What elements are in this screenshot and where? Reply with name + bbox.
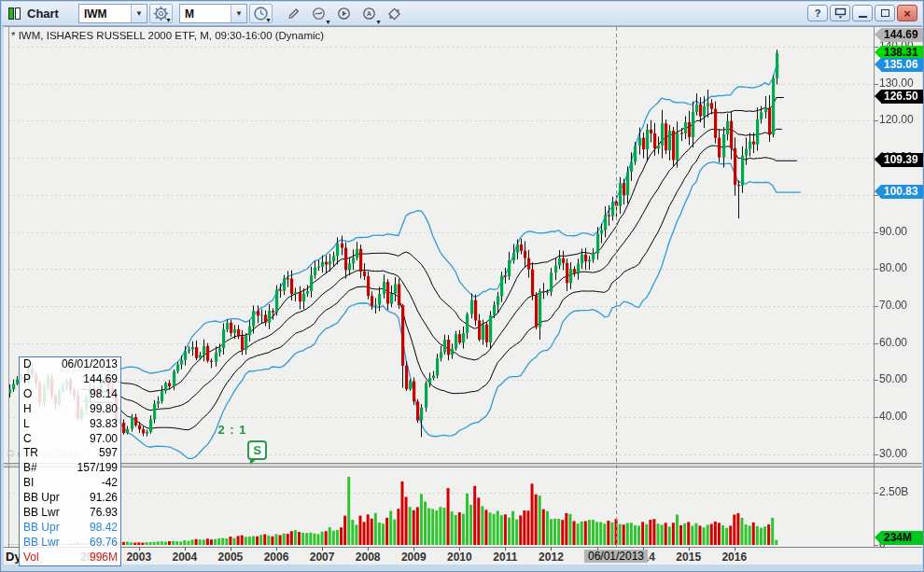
year-label: 2004 — [172, 551, 197, 564]
data-panel-value: 76.93 — [90, 506, 118, 521]
help-button[interactable]: ? — [807, 5, 828, 21]
data-panel-row: O98.14 — [20, 387, 120, 402]
link-icon — [387, 5, 401, 23]
cursor-date-badge: 06/01/2013 — [584, 550, 648, 563]
curve-study-icon — [312, 4, 326, 23]
chevron-down-icon: ▼ — [325, 19, 331, 25]
price-tick-label: 120.00 — [879, 113, 914, 126]
close-icon: × — [903, 7, 911, 21]
data-panel-row: L93.83 — [20, 417, 120, 432]
maximize-button[interactable] — [875, 5, 895, 21]
year-label: 2005 — [218, 551, 244, 564]
data-panel-label: Vol — [23, 551, 39, 565]
year-label: 2008 — [356, 551, 381, 564]
svg-text:A: A — [367, 10, 371, 17]
volume-tick — [875, 545, 878, 546]
year-label: 2015 — [676, 551, 701, 564]
close-button[interactable]: × — [897, 5, 917, 21]
symbol-link-button[interactable] — [382, 3, 407, 24]
price-tick-label: 40.00 — [879, 410, 907, 423]
data-panel-value: 98.14 — [90, 387, 118, 402]
price-tick — [875, 306, 878, 307]
data-panel-row: Vol996M — [20, 551, 120, 565]
year-label: 2012 — [539, 551, 564, 564]
data-panel-row: C97.00 — [20, 432, 120, 447]
price-tick-label: 130.00 — [879, 77, 914, 90]
price-badge: 135.06 — [881, 58, 923, 72]
data-panel-row: B#157/199 — [20, 461, 120, 476]
price-tick-label: 30.00 — [879, 447, 907, 460]
interval-value: M — [180, 7, 231, 21]
data-panel-value: -42 — [102, 476, 118, 491]
price-badge: 100.83 — [881, 185, 923, 199]
data-panel-value: 69.76 — [90, 536, 118, 551]
pencil-icon — [287, 5, 301, 22]
price-tick — [875, 454, 878, 455]
price-tick-label: 70.00 — [879, 299, 907, 312]
data-panel-value: 144.69 — [83, 372, 118, 387]
data-panel-value: 06/01/2013 — [62, 357, 118, 372]
chevron-down-icon[interactable]: ▼ — [131, 5, 147, 22]
data-panel-label: C — [23, 432, 32, 447]
data-panel-row: H99.80 — [20, 402, 120, 417]
data-panel: D06/01/2013P144.69O98.14H99.80L93.83C97.… — [19, 356, 121, 566]
data-panel-value: 99.80 — [90, 402, 118, 417]
volume-badge: 234M — [881, 531, 923, 545]
data-panel-row: BB Upr98.42 — [20, 521, 120, 536]
data-panel-value: 97.00 — [90, 432, 118, 447]
data-panel-label: L — [23, 417, 30, 432]
year-label: 2010 — [447, 551, 472, 564]
time-axis: Dy 2002200320042005200620072008200920102… — [4, 547, 922, 565]
app-icon — [8, 7, 21, 21]
line-study-button[interactable]: ▼ — [306, 3, 331, 24]
replay-button[interactable] — [331, 3, 357, 24]
annotation-button[interactable]: A ▼ — [357, 3, 382, 24]
symbol-settings-button[interactable]: ▼ — [149, 4, 173, 23]
price-tick — [875, 417, 878, 418]
data-panel-value: 93.83 — [90, 417, 118, 432]
chart-window: Chart IWM ▼ ▼ M ▼ — [0, 0, 924, 572]
price-tick — [875, 269, 878, 270]
titlebar: Chart IWM ▼ ▼ M ▼ — [2, 2, 922, 26]
chart-description: * IWM, ISHARES RUSSELL 2000 ETF, M, 09:3… — [11, 30, 324, 41]
data-panel-label: BB Upr — [23, 491, 60, 506]
split-glyph: S — [253, 443, 261, 457]
chevron-down-icon[interactable]: ▼ — [231, 5, 246, 22]
data-panel-label: BI — [23, 476, 34, 491]
chevron-down-icon: ▼ — [165, 17, 172, 23]
volume-tick-label: 2.50B — [879, 485, 908, 498]
data-panel-label: BB Lwr — [23, 536, 60, 551]
price-tick — [875, 343, 878, 344]
year-label: 2016 — [721, 551, 747, 564]
symbol-combo[interactable]: IWM ▼ — [78, 4, 147, 23]
data-panel-label: B# — [23, 461, 37, 476]
window-title: Chart — [27, 7, 59, 21]
data-panel-value: 597 — [99, 446, 118, 461]
data-panel-label: D — [23, 357, 32, 372]
price-tick — [875, 380, 878, 381]
chevron-down-icon: ▼ — [265, 17, 272, 23]
price-tick-label: 50.00 — [879, 372, 907, 385]
data-panel-label: TR — [23, 446, 38, 461]
split-marker-icon[interactable]: S — [247, 440, 267, 460]
interval-combo[interactable]: M ▼ — [179, 4, 247, 23]
data-panel-row: BB Upr91.26 — [20, 491, 120, 506]
year-label: 2009 — [401, 551, 427, 564]
data-panel-label: BB Upr — [23, 521, 60, 536]
symbol-value: IWM — [79, 7, 131, 21]
data-panel-label: P — [23, 372, 31, 387]
price-tick-label: 90.00 — [879, 225, 907, 238]
price-tick — [875, 84, 878, 85]
price-tick — [875, 232, 878, 233]
interval-settings-button[interactable]: ▼ — [249, 4, 273, 23]
year-label: 2003 — [126, 551, 151, 564]
minimize-button[interactable] — [852, 5, 873, 21]
panel-menu-button[interactable] — [830, 5, 850, 21]
draw-button[interactable] — [281, 3, 306, 24]
window-panel-icon — [834, 7, 847, 19]
price-tick-label: 60.00 — [879, 336, 907, 349]
data-panel-value: 157/199 — [77, 461, 118, 476]
price-badge: 144.69 — [881, 28, 923, 42]
data-panel-value: 98.42 — [90, 521, 118, 536]
chart-canvas[interactable] — [4, 26, 922, 565]
